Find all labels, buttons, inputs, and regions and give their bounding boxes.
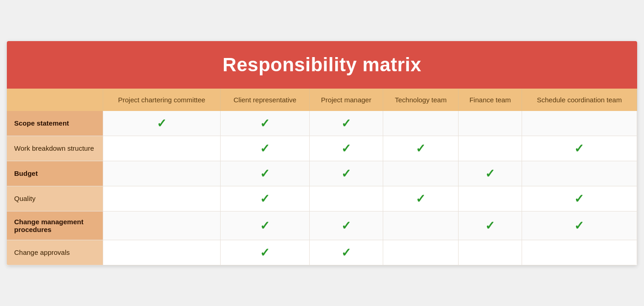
col-header-finance-team: Finance team bbox=[459, 89, 522, 111]
cell-1-1: ✓ bbox=[221, 136, 309, 161]
col-header-project-chartering: Project chartering committee bbox=[103, 89, 221, 111]
header-row: Project chartering committee Client repr… bbox=[7, 89, 637, 111]
cell-1-0 bbox=[103, 136, 221, 161]
matrix-container: Responsibility matrix Project chartering… bbox=[7, 41, 637, 265]
cell-0-1: ✓ bbox=[221, 111, 309, 136]
checkmark-icon: ✓ bbox=[341, 116, 351, 130]
cell-3-0 bbox=[103, 186, 221, 211]
cell-2-3 bbox=[383, 161, 459, 186]
checkmark-icon: ✓ bbox=[341, 219, 351, 232]
cell-5-3 bbox=[383, 240, 459, 265]
cell-3-3: ✓ bbox=[383, 186, 459, 211]
cell-4-2: ✓ bbox=[309, 211, 383, 240]
cell-4-0 bbox=[103, 211, 221, 240]
row-label: Scope statement bbox=[7, 111, 103, 136]
checkmark-icon: ✓ bbox=[260, 246, 270, 259]
checkmark-icon: ✓ bbox=[485, 219, 495, 232]
checkmark-icon: ✓ bbox=[260, 219, 270, 232]
row-label: Budget bbox=[7, 161, 103, 186]
col-header-client-rep: Client representative bbox=[221, 89, 309, 111]
page-title: Responsibility matrix bbox=[7, 41, 637, 89]
checkmark-icon: ✓ bbox=[485, 167, 495, 180]
cell-3-4 bbox=[459, 186, 522, 211]
table-row: Change approvals✓✓ bbox=[7, 240, 637, 265]
checkmark-icon: ✓ bbox=[574, 192, 584, 206]
row-label: Change approvals bbox=[7, 240, 103, 265]
responsibility-table: Project chartering committee Client repr… bbox=[7, 89, 637, 265]
checkmark-icon: ✓ bbox=[341, 246, 351, 259]
cell-1-2: ✓ bbox=[309, 136, 383, 161]
table-row: Quality✓✓✓ bbox=[7, 186, 637, 211]
cell-4-1: ✓ bbox=[221, 211, 309, 240]
cell-5-0 bbox=[103, 240, 221, 265]
checkmark-icon: ✓ bbox=[341, 167, 351, 180]
cell-3-2 bbox=[309, 186, 383, 211]
cell-1-3: ✓ bbox=[383, 136, 459, 161]
checkmark-icon: ✓ bbox=[416, 192, 426, 206]
checkmark-icon: ✓ bbox=[574, 142, 584, 155]
checkmark-icon: ✓ bbox=[260, 167, 270, 180]
cell-5-4 bbox=[459, 240, 522, 265]
checkmark-icon: ✓ bbox=[574, 219, 584, 232]
cell-3-5: ✓ bbox=[522, 186, 637, 211]
table-row: Change management procedures✓✓✓✓ bbox=[7, 211, 637, 240]
table-row: Scope statement✓✓✓ bbox=[7, 111, 637, 136]
table-row: Work breakdown structure✓✓✓✓ bbox=[7, 136, 637, 161]
cell-0-4 bbox=[459, 111, 522, 136]
cell-0-2: ✓ bbox=[309, 111, 383, 136]
cell-2-4: ✓ bbox=[459, 161, 522, 186]
cell-4-5: ✓ bbox=[522, 211, 637, 240]
cell-2-0 bbox=[103, 161, 221, 186]
cell-2-2: ✓ bbox=[309, 161, 383, 186]
row-label: Change management procedures bbox=[7, 211, 103, 240]
table-row: Budget✓✓✓ bbox=[7, 161, 637, 186]
cell-1-4 bbox=[459, 136, 522, 161]
col-header-technology-team: Technology team bbox=[383, 89, 459, 111]
cell-2-5 bbox=[522, 161, 637, 186]
cell-0-5 bbox=[522, 111, 637, 136]
col-header-schedule-coordination: Schedule coordination team bbox=[522, 89, 637, 111]
cell-1-5: ✓ bbox=[522, 136, 637, 161]
row-label: Work breakdown structure bbox=[7, 136, 103, 161]
checkmark-icon: ✓ bbox=[260, 192, 270, 206]
checkmark-icon: ✓ bbox=[260, 116, 270, 130]
col-header-label bbox=[7, 89, 103, 111]
cell-2-1: ✓ bbox=[221, 161, 309, 186]
cell-3-1: ✓ bbox=[221, 186, 309, 211]
cell-5-1: ✓ bbox=[221, 240, 309, 265]
checkmark-icon: ✓ bbox=[157, 116, 167, 130]
col-header-project-manager: Project manager bbox=[309, 89, 383, 111]
row-label: Quality bbox=[7, 186, 103, 211]
cell-5-5 bbox=[522, 240, 637, 265]
cell-4-3 bbox=[383, 211, 459, 240]
cell-0-3 bbox=[383, 111, 459, 136]
cell-0-0: ✓ bbox=[103, 111, 221, 136]
checkmark-icon: ✓ bbox=[260, 142, 270, 155]
cell-4-4: ✓ bbox=[459, 211, 522, 240]
checkmark-icon: ✓ bbox=[416, 142, 426, 155]
cell-5-2: ✓ bbox=[309, 240, 383, 265]
checkmark-icon: ✓ bbox=[341, 142, 351, 155]
